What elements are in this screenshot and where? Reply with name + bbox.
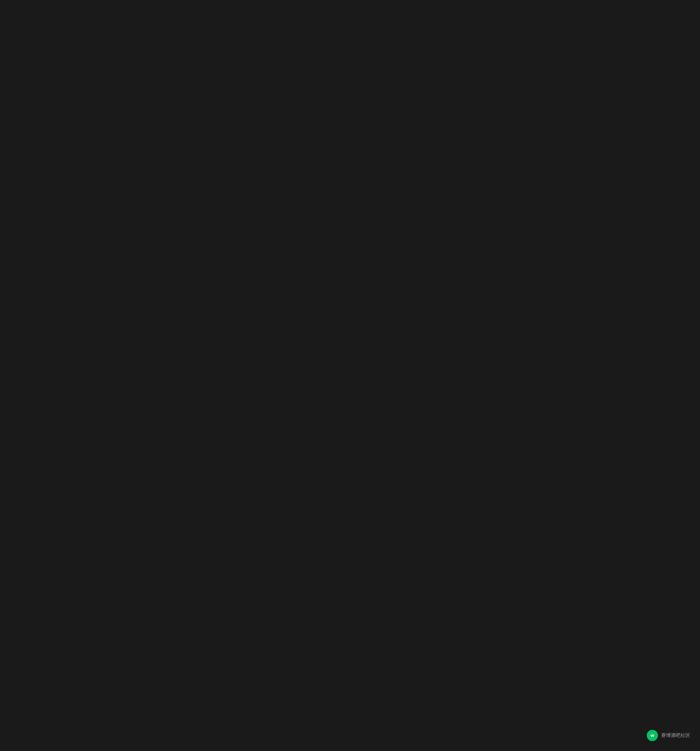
watermark: w 赛博酒吧社区	[647, 730, 690, 741]
app-grid	[5, 5, 695, 13]
svg-text:w: w	[650, 733, 654, 738]
